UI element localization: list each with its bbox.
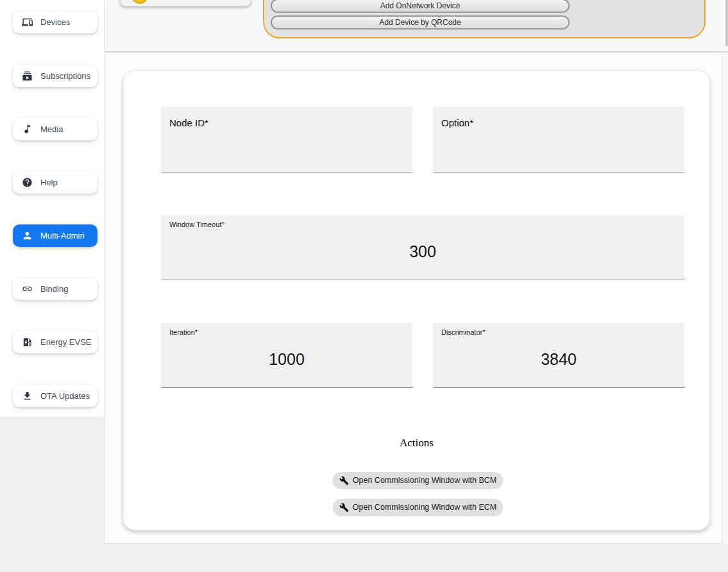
node-id-field[interactable]: Node ID* <box>161 106 412 172</box>
sidebar-item-subscriptions[interactable]: Subscriptions <box>13 65 97 87</box>
link-icon <box>22 283 33 294</box>
devices-icon <box>22 17 33 28</box>
app-window: Devices Subscriptions Media Help Multi-A… <box>0 0 728 572</box>
content-area: Node ID* Option* Window Timeout* 300 Ite… <box>105 53 728 572</box>
sidebar-item-label: Multi-Admin <box>40 231 85 240</box>
main-area: Add OnNetwork Device Add Device by QRCod… <box>105 0 728 572</box>
wrench-icon <box>339 503 349 512</box>
sidebar-item-label: Help <box>40 178 58 187</box>
actions-heading: Actions <box>124 437 709 450</box>
sidebar-item-devices[interactable]: Devices <box>13 11 97 33</box>
right-gutter <box>722 53 728 544</box>
iteration-field[interactable]: Iteration* 1000 <box>161 323 412 388</box>
multi-admin-form-card: Node ID* Option* Window Timeout* 300 Ite… <box>123 71 710 530</box>
discriminator-field[interactable]: Discriminator* 3840 <box>433 323 684 388</box>
sidebar: Devices Subscriptions Media Help Multi-A… <box>0 0 105 417</box>
sidebar-item-ota-updates[interactable]: OTA Updates <box>13 385 97 407</box>
sidebar-item-label: Devices <box>40 17 70 27</box>
help-icon <box>22 177 33 188</box>
window-timeout-field[interactable]: Window Timeout* 300 <box>161 215 684 280</box>
sidebar-item-label: OTA Updates <box>40 391 90 401</box>
node-id-label: Node ID* <box>169 117 208 128</box>
sidebar-item-multi-admin[interactable]: Multi-Admin <box>13 224 97 247</box>
sidebar-item-label: Subscriptions <box>40 71 90 81</box>
open-commissioning-window-ecm-button[interactable]: Open Commissioning Window with ECM <box>333 499 503 516</box>
music-note-icon <box>22 124 33 135</box>
device-status-light-icon <box>131 0 148 4</box>
iteration-value: 1000 <box>161 323 412 387</box>
sidebar-item-binding[interactable]: Binding <box>13 278 97 300</box>
device-card-partial[interactable] <box>120 0 251 6</box>
add-onnetwork-device-button[interactable]: Add OnNetwork Device <box>271 0 570 13</box>
button-label: Open Commissioning Window with ECM <box>353 503 496 512</box>
option-field[interactable]: Option* <box>433 106 684 172</box>
wrench-icon <box>339 476 349 485</box>
add-device-by-qrcode-button[interactable]: Add Device by QRCode <box>271 15 570 29</box>
window-timeout-value: 300 <box>161 215 684 280</box>
subscriptions-icon <box>22 71 33 81</box>
person-icon <box>22 230 33 241</box>
sidebar-item-media[interactable]: Media <box>13 118 97 140</box>
sidebar-item-help[interactable]: Help <box>13 171 97 194</box>
button-label: Open Commissioning Window with BCM <box>353 476 496 485</box>
discriminator-value: 3840 <box>433 323 684 387</box>
sidebar-item-label: Media <box>40 124 63 134</box>
sidebar-item-label: Binding <box>40 284 68 294</box>
add-device-card: Add OnNetwork Device Add Device by QRCod… <box>263 0 706 38</box>
scrollbar-thumb[interactable] <box>725 0 728 46</box>
open-commissioning-window-bcm-button[interactable]: Open Commissioning Window with BCM <box>333 472 503 489</box>
option-label: Option* <box>441 117 473 128</box>
sidebar-item-energy-evse[interactable]: Energy EVSE <box>13 331 97 353</box>
top-device-strip: Add OnNetwork Device Add Device by QRCod… <box>105 0 728 53</box>
download-icon <box>22 391 33 401</box>
ev-station-icon <box>22 337 33 348</box>
bottom-gutter <box>105 543 728 572</box>
sidebar-item-label: Energy EVSE <box>40 337 92 347</box>
